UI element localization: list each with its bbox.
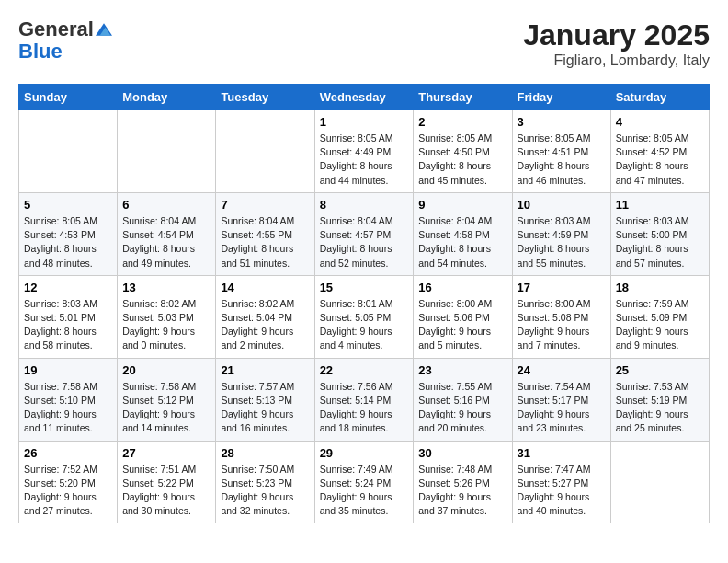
day-number: 25: [616, 363, 704, 377]
day-info: Sunrise: 7:50 AM Sunset: 5:23 PM Dayligh…: [221, 463, 309, 519]
day-number: 8: [320, 198, 409, 212]
logo-general: General: [18, 18, 94, 40]
logo-blue: Blue: [18, 40, 63, 63]
calendar-cell: 11Sunrise: 8:03 AM Sunset: 5:00 PM Dayli…: [610, 192, 709, 275]
calendar-cell: [118, 110, 216, 193]
day-info: Sunrise: 8:03 AM Sunset: 5:01 PM Dayligh…: [24, 297, 112, 353]
weekday-header: Wednesday: [314, 85, 414, 110]
day-info: Sunrise: 8:00 AM Sunset: 5:06 PM Dayligh…: [418, 297, 506, 353]
day-number: 1: [320, 115, 409, 129]
calendar-cell: 4Sunrise: 8:05 AM Sunset: 4:52 PM Daylig…: [610, 110, 709, 193]
calendar-cell: 27Sunrise: 7:51 AM Sunset: 5:22 PM Dayli…: [118, 441, 216, 523]
day-number: 27: [122, 446, 210, 460]
calendar-body: 1Sunrise: 8:05 AM Sunset: 4:49 PM Daylig…: [19, 110, 710, 523]
day-info: Sunrise: 7:52 AM Sunset: 5:20 PM Dayligh…: [24, 463, 112, 519]
calendar-cell: 26Sunrise: 7:52 AM Sunset: 5:20 PM Dayli…: [19, 441, 118, 523]
calendar-title: January 2025: [523, 18, 710, 52]
day-info: Sunrise: 7:58 AM Sunset: 5:12 PM Dayligh…: [122, 380, 210, 436]
calendar-header-row: SundayMondayTuesdayWednesdayThursdayFrid…: [19, 85, 710, 110]
calendar-cell: 24Sunrise: 7:54 AM Sunset: 5:17 PM Dayli…: [512, 358, 610, 441]
calendar-cell: 1Sunrise: 8:05 AM Sunset: 4:49 PM Daylig…: [314, 110, 414, 193]
calendar-cell: 14Sunrise: 8:02 AM Sunset: 5:04 PM Dayli…: [216, 275, 314, 358]
day-info: Sunrise: 8:05 AM Sunset: 4:50 PM Dayligh…: [418, 132, 506, 188]
day-number: 19: [24, 363, 112, 377]
day-info: Sunrise: 8:04 AM Sunset: 4:58 PM Dayligh…: [418, 214, 506, 270]
weekday-header: Thursday: [414, 85, 512, 110]
day-number: 22: [320, 363, 409, 377]
day-info: Sunrise: 8:04 AM Sunset: 4:54 PM Dayligh…: [122, 214, 210, 270]
day-number: 10: [518, 198, 606, 212]
calendar-cell: 18Sunrise: 7:59 AM Sunset: 5:09 PM Dayli…: [610, 275, 709, 358]
day-number: 9: [418, 198, 506, 212]
day-number: 17: [518, 281, 606, 294]
calendar-cell: 10Sunrise: 8:03 AM Sunset: 4:59 PM Dayli…: [512, 192, 610, 275]
day-info: Sunrise: 7:58 AM Sunset: 5:10 PM Dayligh…: [24, 380, 112, 436]
day-info: Sunrise: 8:03 AM Sunset: 4:59 PM Dayligh…: [518, 214, 606, 270]
logo-icon: [96, 21, 112, 38]
calendar-cell: 2Sunrise: 8:05 AM Sunset: 4:50 PM Daylig…: [414, 110, 512, 193]
calendar-cell: [216, 110, 314, 193]
day-number: 12: [24, 281, 112, 294]
day-number: 18: [616, 281, 704, 294]
calendar-week-row: 26Sunrise: 7:52 AM Sunset: 5:20 PM Dayli…: [19, 441, 710, 523]
day-number: 26: [24, 446, 112, 460]
day-info: Sunrise: 8:05 AM Sunset: 4:52 PM Dayligh…: [616, 132, 704, 188]
logo: General Blue: [18, 18, 112, 63]
title-block: January 2025 Figliaro, Lombardy, Italy: [523, 18, 710, 69]
day-number: 20: [122, 363, 210, 377]
day-number: 14: [221, 281, 309, 294]
calendar-cell: 16Sunrise: 8:00 AM Sunset: 5:06 PM Dayli…: [414, 275, 512, 358]
calendar-cell: 15Sunrise: 8:01 AM Sunset: 5:05 PM Dayli…: [314, 275, 414, 358]
day-info: Sunrise: 7:57 AM Sunset: 5:13 PM Dayligh…: [221, 380, 309, 436]
weekday-header: Monday: [118, 85, 216, 110]
calendar-cell: 31Sunrise: 7:47 AM Sunset: 5:27 PM Dayli…: [512, 441, 610, 523]
weekday-header: Friday: [512, 85, 610, 110]
calendar-cell: [19, 110, 118, 193]
day-info: Sunrise: 7:59 AM Sunset: 5:09 PM Dayligh…: [616, 297, 704, 353]
day-info: Sunrise: 8:04 AM Sunset: 4:57 PM Dayligh…: [320, 214, 409, 270]
day-number: 5: [24, 198, 112, 212]
calendar-cell: 8Sunrise: 8:04 AM Sunset: 4:57 PM Daylig…: [314, 192, 414, 275]
calendar-cell: 12Sunrise: 8:03 AM Sunset: 5:01 PM Dayli…: [19, 275, 118, 358]
day-number: 30: [418, 446, 506, 460]
day-number: 29: [320, 446, 409, 460]
calendar-cell: 21Sunrise: 7:57 AM Sunset: 5:13 PM Dayli…: [216, 358, 314, 441]
day-number: 13: [122, 281, 210, 294]
calendar-cell: 17Sunrise: 8:00 AM Sunset: 5:08 PM Dayli…: [512, 275, 610, 358]
calendar-cell: 22Sunrise: 7:56 AM Sunset: 5:14 PM Dayli…: [314, 358, 414, 441]
day-info: Sunrise: 8:02 AM Sunset: 5:03 PM Dayligh…: [122, 297, 210, 353]
day-info: Sunrise: 7:51 AM Sunset: 5:22 PM Dayligh…: [122, 463, 210, 519]
day-number: 28: [221, 446, 309, 460]
day-info: Sunrise: 7:53 AM Sunset: 5:19 PM Dayligh…: [616, 380, 704, 436]
calendar-cell: 25Sunrise: 7:53 AM Sunset: 5:19 PM Dayli…: [610, 358, 709, 441]
calendar-week-row: 5Sunrise: 8:05 AM Sunset: 4:53 PM Daylig…: [19, 192, 710, 275]
page-header: General Blue January 2025 Figliaro, Lomb…: [18, 18, 710, 69]
calendar-week-row: 12Sunrise: 8:03 AM Sunset: 5:01 PM Dayli…: [19, 275, 710, 358]
day-info: Sunrise: 8:01 AM Sunset: 5:05 PM Dayligh…: [320, 297, 409, 353]
calendar-subtitle: Figliaro, Lombardy, Italy: [523, 52, 710, 69]
calendar-cell: 7Sunrise: 8:04 AM Sunset: 4:55 PM Daylig…: [216, 192, 314, 275]
calendar-cell: 20Sunrise: 7:58 AM Sunset: 5:12 PM Dayli…: [118, 358, 216, 441]
day-number: 16: [418, 281, 506, 294]
calendar-cell: 19Sunrise: 7:58 AM Sunset: 5:10 PM Dayli…: [19, 358, 118, 441]
day-info: Sunrise: 8:02 AM Sunset: 5:04 PM Dayligh…: [221, 297, 309, 353]
calendar-cell: 3Sunrise: 8:05 AM Sunset: 4:51 PM Daylig…: [512, 110, 610, 193]
calendar-week-row: 19Sunrise: 7:58 AM Sunset: 5:10 PM Dayli…: [19, 358, 710, 441]
day-number: 31: [518, 446, 606, 460]
calendar-cell: 9Sunrise: 8:04 AM Sunset: 4:58 PM Daylig…: [414, 192, 512, 275]
day-number: 6: [122, 198, 210, 212]
day-number: 23: [418, 363, 506, 377]
calendar-table: SundayMondayTuesdayWednesdayThursdayFrid…: [18, 84, 710, 523]
calendar-cell: 30Sunrise: 7:48 AM Sunset: 5:26 PM Dayli…: [414, 441, 512, 523]
calendar-cell: 28Sunrise: 7:50 AM Sunset: 5:23 PM Dayli…: [216, 441, 314, 523]
day-number: 15: [320, 281, 409, 294]
day-number: 7: [221, 198, 309, 212]
day-info: Sunrise: 8:05 AM Sunset: 4:51 PM Dayligh…: [518, 132, 606, 188]
day-info: Sunrise: 8:03 AM Sunset: 5:00 PM Dayligh…: [616, 214, 704, 270]
day-number: 3: [518, 115, 606, 129]
day-number: 11: [616, 198, 704, 212]
day-info: Sunrise: 8:00 AM Sunset: 5:08 PM Dayligh…: [518, 297, 606, 353]
day-info: Sunrise: 7:56 AM Sunset: 5:14 PM Dayligh…: [320, 380, 409, 436]
day-number: 2: [418, 115, 506, 129]
weekday-header: Saturday: [610, 85, 709, 110]
